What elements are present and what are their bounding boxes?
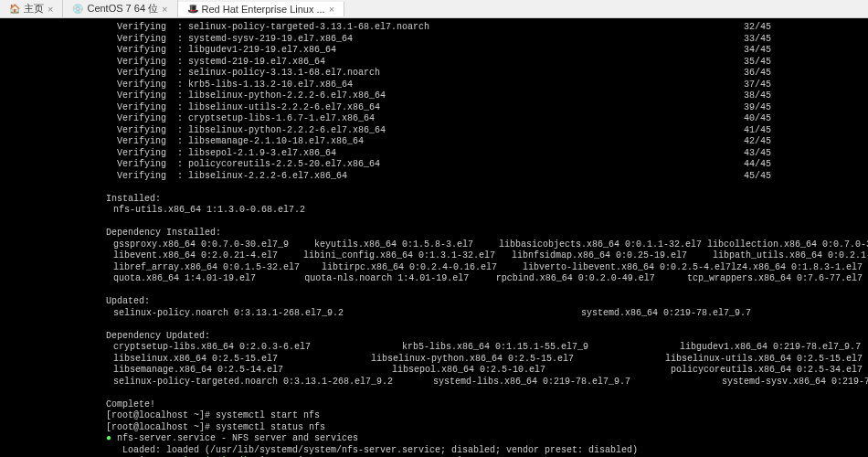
verify-row: Verifying : systemd-sysv-219-19.el7.x86_… <box>5 34 863 46</box>
dep-row: selinux-policy-targeted.noarch 0:3.13.1-… <box>5 377 863 388</box>
tab-rhel[interactable]: 🎩 Red Hat Enterprise Linux ... × <box>178 2 345 16</box>
service-loaded: Loaded: loaded (/usr/lib/systemd/system/… <box>5 445 863 457</box>
hat-icon: 🎩 <box>187 4 198 14</box>
verify-row: Verifying : libselinux-utils-2.2.2-6.el7… <box>5 102 863 114</box>
terminal[interactable]: Verifying : selinux-policy-targeted-3.13… <box>0 18 868 457</box>
verify-row: Verifying : libselinux-python-2.2.2-6.el… <box>5 90 863 102</box>
dep-row: cryptsetup-libs.x86_64 0:2.0.3-6.el7krb5… <box>5 342 863 354</box>
verify-row: Verifying : libgudev1-219-19.el7.x86_643… <box>5 45 863 57</box>
dep-row: libselinux.x86_64 0:2.5-15.el7libselinux… <box>5 354 863 366</box>
status-dot-icon: ● <box>106 433 111 443</box>
verify-row: Verifying : libselinux-python-2.2.2-6.el… <box>5 125 863 137</box>
dep-row: libsemanage.x86_64 0:2.5-14.el7libsepol.… <box>5 365 863 377</box>
verify-row: Verifying : cryptsetup-libs-1.6.7-1.el7.… <box>5 113 863 125</box>
dep-installed-header: Dependency Installed: <box>5 228 863 239</box>
verify-row: Verifying : policycoreutils-2.2.5-20.el7… <box>5 159 863 171</box>
dep-row: quota.x86_64 1:4.01-19.el7quota-nls.noar… <box>5 273 863 285</box>
prompt-line: [root@localhost ~]# systemctl start nfs <box>5 410 863 422</box>
verify-row: Verifying : libselinux-2.2.2-6.el7.x86_6… <box>5 171 863 183</box>
tab-label: 主页 <box>24 2 44 16</box>
dep-row: gssproxy.x86_64 0:0.7.0-30.el7_9keyutils… <box>5 239 863 251</box>
verify-row: Verifying : krb5-libs-1.13.2-10.el7.x86_… <box>5 80 863 91</box>
close-icon[interactable]: × <box>162 4 167 15</box>
tab-label: CentOS 7 64 位 <box>87 2 158 16</box>
tab-centos[interactable]: 💿 CentOS 7 64 位 × <box>63 0 177 17</box>
updated-row: selinux-policy.noarch 0:3.13.1-268.el7_9… <box>5 308 863 320</box>
installed-header: Installed: <box>5 194 863 206</box>
close-icon[interactable]: × <box>329 4 334 15</box>
home-icon: 🏠 <box>9 4 20 14</box>
verify-row: Verifying : selinux-policy-targeted-3.13… <box>5 22 863 34</box>
tab-home[interactable]: 🏠 主页 × <box>0 0 63 17</box>
tab-label: Red Hat Enterprise Linux ... <box>202 4 325 15</box>
service-header: ● nfs-server.service - NFS server and se… <box>5 433 863 445</box>
prompt-line: [root@localhost ~]# systemctl status nfs <box>5 422 863 434</box>
dep-row: libref_array.x86_64 0:0.1.5-32.el7libtir… <box>5 262 863 274</box>
installed-pkg: nfs-utils.x86_64 1:1.3.0-0.68.el7.2 <box>5 205 863 217</box>
dep-updated-header: Dependency Updated: <box>5 331 863 343</box>
updated-header: Updated: <box>5 296 863 308</box>
disc-icon: 💿 <box>72 4 83 14</box>
verify-row: Verifying : selinux-policy-3.13.1-68.el7… <box>5 68 863 80</box>
verify-row: Verifying : libsemanage-2.1.10-18.el7.x8… <box>5 136 863 148</box>
verify-row: Verifying : systemd-219-19.el7.x86_6435/… <box>5 57 863 69</box>
complete-msg: Complete! <box>5 399 863 411</box>
verify-row: Verifying : libsepol-2.1.9-3.el7.x86_644… <box>5 148 863 160</box>
tab-bar: 🏠 主页 × 💿 CentOS 7 64 位 × 🎩 Red Hat Enter… <box>0 0 868 18</box>
dep-row: libevent.x86_64 0:2.0.21-4.el7libini_con… <box>5 250 863 262</box>
close-icon[interactable]: × <box>48 4 53 15</box>
